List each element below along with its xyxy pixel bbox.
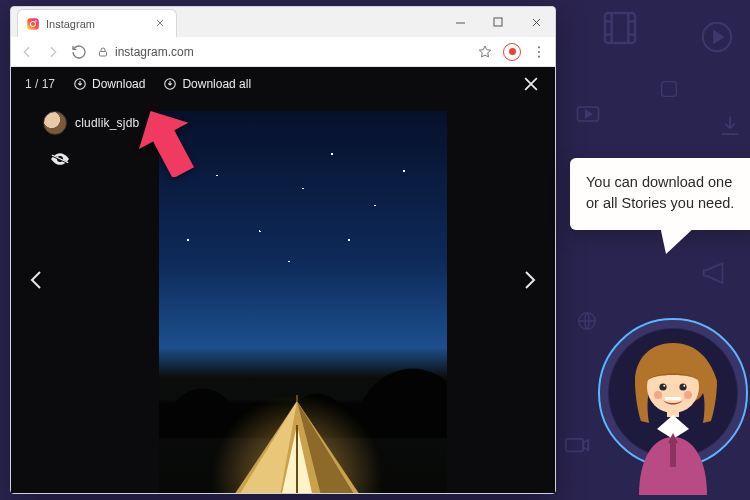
story-counter: 1 / 17 [25,77,55,91]
lock-icon [97,46,109,58]
svg-point-23 [683,385,685,387]
tip-text: You can download one or all Stories you … [586,174,734,211]
svg-point-25 [684,391,692,399]
svg-point-21 [679,383,686,390]
window-close-button[interactable] [517,7,555,37]
tab-close-icon[interactable] [154,17,168,31]
pointer-arrow-icon [139,107,195,177]
instagram-icon [26,17,40,31]
username: cludlik_sjdb [75,116,139,130]
deco-download-icon [716,112,744,140]
svg-rect-6 [27,18,39,30]
window-minimize-button[interactable] [441,7,479,37]
svg-rect-5 [566,439,584,452]
svg-point-8 [35,20,37,22]
avatar [43,111,67,135]
story-viewer: 1 / 17 Download Download all cludlik_sjd… [11,67,555,493]
svg-rect-0 [605,13,635,43]
close-viewer-button[interactable] [521,74,541,94]
svg-point-24 [654,391,662,399]
download-button[interactable]: Download [73,77,145,91]
browser-titlebar: Instagram [11,7,555,37]
tip-bubble: You can download one or all Stories you … [570,158,750,230]
svg-point-11 [538,46,540,48]
svg-point-22 [663,385,665,387]
next-story-button[interactable] [517,268,541,292]
window-controls [441,7,555,37]
reload-icon[interactable] [71,44,87,60]
tent-illustration [212,395,382,493]
star-icon[interactable] [477,44,493,60]
url-text: instagram.com [115,45,194,59]
mascot [598,318,748,498]
download-all-label: Download all [182,77,251,91]
svg-point-20 [659,383,666,390]
svg-rect-26 [665,397,681,400]
svg-point-13 [538,55,540,57]
browser-tab[interactable]: Instagram [17,9,177,37]
deco-media-icon [658,78,680,100]
deco-play-icon [700,20,734,54]
address-bar: instagram.com [11,37,555,67]
window-maximize-button[interactable] [479,7,517,37]
download-label: Download [92,77,145,91]
deco-video-icon [574,100,602,128]
url-field[interactable]: instagram.com [97,45,467,59]
browser-window: Instagram instagram.com 1 / 17 [10,6,556,494]
forward-icon[interactable] [45,44,61,60]
deco-camera-icon [562,430,592,460]
eye-off-icon[interactable] [47,149,73,169]
deco-globe-icon [576,310,598,332]
tab-title: Instagram [46,18,148,30]
story-author[interactable]: cludlik_sjdb [43,111,139,135]
menu-icon[interactable] [531,44,547,60]
svg-point-12 [538,50,540,52]
deco-film-icon [600,8,640,48]
download-all-button[interactable]: Download all [163,77,251,91]
svg-rect-10 [100,51,107,56]
svg-rect-28 [670,441,676,467]
story-image [159,111,447,493]
prev-story-button[interactable] [25,268,49,292]
back-icon[interactable] [19,44,35,60]
svg-rect-9 [494,18,502,26]
extension-icon[interactable] [503,43,521,61]
svg-rect-2 [662,82,677,97]
deco-megaphone-icon [700,258,730,288]
